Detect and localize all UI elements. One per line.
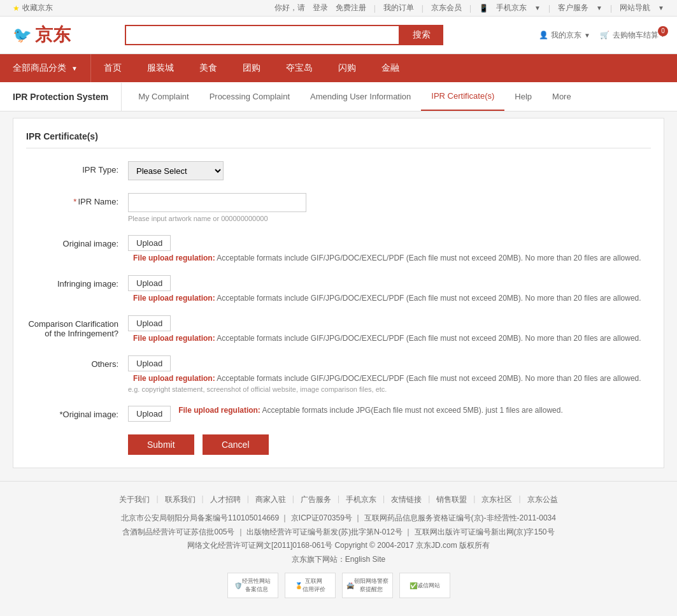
footer-link-charity[interactable]: 京东公益 <box>527 494 558 505</box>
my-orders-link[interactable]: 我的订单 <box>383 3 414 13</box>
others-regulation-label: File upload regulation: <box>133 374 215 383</box>
footer-links: 关于我们 | 联系我们 | 人才招聘 | 商家入驻 | 广告服务 | 手机京东 … <box>13 494 664 505</box>
nav-item-group[interactable]: 团购 <box>230 54 273 82</box>
search-area: 搜索 <box>125 25 443 45</box>
infringing-regulation-text: Acceptable formats include GIF/JPG/DOC/E… <box>217 294 641 303</box>
ipr-name-row: IPR Name: Please input artwork name or 0… <box>26 193 651 222</box>
nav-item-treasure[interactable]: 夺宝岛 <box>273 54 325 82</box>
ipr-nav-processing[interactable]: Processing Complaint <box>199 83 300 110</box>
footer-badge-honest-icon: ✅ <box>410 582 417 589</box>
footer-badge-honest[interactable]: ✅ 诚信网站 <box>399 573 450 598</box>
footer-badge-credit-text: 互联网 信用评价 <box>303 577 325 594</box>
original-image-regulation: File upload regulation: Acceptable forma… <box>133 254 641 262</box>
all-category-chevron-icon: ▼ <box>71 65 78 72</box>
my-jd[interactable]: 👤 我的京东 ▼ <box>539 30 590 41</box>
ipr-nav-my-complaint[interactable]: My Complaint <box>128 83 199 110</box>
ipr-type-select[interactable]: Please Select <box>128 161 224 180</box>
footer-link-ads[interactable]: 广告服务 <box>301 494 331 505</box>
cart-badge: 0 <box>658 26 668 36</box>
ipr-name-control: Please input artwork name or 00000000000… <box>128 193 651 222</box>
original-image2-row: *Original image: Upload File upload regu… <box>26 406 651 422</box>
ipr-nav-certificate[interactable]: IPR Certificate(s) <box>421 82 504 111</box>
jd-member-link[interactable]: 京东会员 <box>431 3 462 13</box>
nav-item-food[interactable]: 美食 <box>187 54 230 82</box>
original-image-upload-button[interactable]: Upload <box>128 235 171 251</box>
logo-text: 京东 <box>35 23 71 47</box>
infringing-image-upload-area: Upload File upload regulation: Acceptabl… <box>128 275 651 303</box>
footer-link-about[interactable]: 关于我们 <box>119 494 150 505</box>
cart-button[interactable]: 🛒 0 去购物车结算 › <box>600 30 664 41</box>
original-image2-regulation-label: File upload regulation: <box>178 406 260 415</box>
nav-item-flash[interactable]: 闪购 <box>325 54 369 82</box>
footer-info-3: 网络文化经营许可证网文[2011]0168-061号 Copyright © 2… <box>13 539 664 553</box>
infringing-image-row: Infringing image: Upload File upload reg… <box>26 275 651 303</box>
ipr-nav-help[interactable]: Help <box>504 83 542 110</box>
footer-badges: 🛡️ 经营性网站 备案信息 🏅 互联网 信用评价 🚔 朝阳网络警察 察提醒您 ✅… <box>13 573 664 598</box>
ipr-brand: IPR Protection System <box>13 83 122 111</box>
form-actions: Submit Cancel <box>26 434 651 455</box>
my-jd-label: 我的京东 <box>551 30 581 41</box>
footer-badge-filing-icon: 🛡️ <box>234 582 242 589</box>
logo-mascot-icon: 🐦 <box>13 26 32 44</box>
header-right: 👤 我的京东 ▼ 🛒 0 去购物车结算 › <box>539 30 664 41</box>
customer-service-link[interactable]: 客户服务 <box>558 3 588 13</box>
comparison-regulation-text: Acceptable formats include GIF/JPG/DOC/E… <box>217 334 641 343</box>
ipr-type-control: Please Select <box>128 161 651 180</box>
mobile-link[interactable]: 手机京东 <box>496 3 527 13</box>
header: 🐦 京东 搜索 👤 我的京东 ▼ 🛒 0 去购物车结算 › <box>0 17 677 54</box>
nav-item-fashion[interactable]: 服装城 <box>134 54 187 82</box>
infringing-image-upload-button[interactable]: Upload <box>128 275 171 291</box>
register-link[interactable]: 免费注册 <box>336 3 366 13</box>
original-image-label: Original image: <box>26 235 128 248</box>
comparison-row: Comparison Clarification of the Infringe… <box>26 315 651 343</box>
search-button[interactable]: 搜索 <box>400 25 443 45</box>
original-image-regulation-text: Acceptable formats include GIF/JPG/DOC/E… <box>217 254 641 262</box>
footer-badge-police-icon: 🚔 <box>346 582 354 589</box>
nav-item-finance[interactable]: 金融 <box>369 54 412 82</box>
footer-link-community[interactable]: 京东社区 <box>481 494 512 505</box>
footer-badge-filing[interactable]: 🛡️ 经营性网站 备案信息 <box>227 573 278 598</box>
footer-link-contact[interactable]: 联系我们 <box>165 494 196 505</box>
top-bar-left: ★ 收藏京东 <box>13 3 53 13</box>
login-link[interactable]: 登录 <box>313 3 328 13</box>
nav-item-home[interactable]: 首页 <box>91 54 134 82</box>
submit-button[interactable]: Submit <box>128 434 194 455</box>
infringing-image-regulation: File upload regulation: Acceptable forma… <box>133 294 641 303</box>
others-upload-button[interactable]: Upload <box>128 355 171 371</box>
my-jd-chevron-icon: ▼ <box>584 32 590 39</box>
ipr-name-input[interactable] <box>128 193 306 212</box>
footer-link-recruit[interactable]: 人才招聘 <box>210 494 241 505</box>
original-image2-upload-button[interactable]: Upload <box>128 406 171 422</box>
footer-badge-credit[interactable]: 🏅 互联网 信用评价 <box>285 573 336 598</box>
footer-badge-credit-icon: 🏅 <box>295 582 303 589</box>
search-input[interactable] <box>125 25 400 45</box>
original-image2-regulation: File upload regulation: Acceptable forma… <box>178 406 563 415</box>
top-bar: ★ 收藏京东 你好，请 登录 免费注册 | 我的订单 | 京东会员 | 📱 手机… <box>0 0 677 17</box>
site-nav-link[interactable]: 网站导航 <box>620 3 650 13</box>
greeting-text: 你好，请 <box>274 3 305 13</box>
footer-link-mobile[interactable]: 手机京东 <box>346 494 376 505</box>
nav-items: 首页 服装城 美食 团购 夺宝岛 闪购 金融 <box>91 54 412 82</box>
cancel-button[interactable]: Cancel <box>203 434 269 455</box>
ipr-name-hint: Please input artwork name or 00000000000… <box>128 215 651 222</box>
original-image-control: Upload File upload regulation: Acceptabl… <box>128 235 651 262</box>
star-icon: ★ <box>13 4 20 13</box>
all-category-button[interactable]: 全部商品分类 ▼ <box>0 54 91 82</box>
mobile-icon: 📱 <box>479 4 488 13</box>
ipr-nav-amending[interactable]: Amending User Information <box>300 83 421 110</box>
infringing-image-control: Upload File upload regulation: Acceptabl… <box>128 275 651 303</box>
main-content: IPR Certificate(s) IPR Type: Please Sele… <box>13 118 664 468</box>
footer-info-2: 含酒制品经营许可证苏信批005号 ｜ 出版物经营许可证编号新发(苏)批字第N-0… <box>13 526 664 540</box>
footer-link-friendly[interactable]: 友情链接 <box>391 494 422 505</box>
footer-info: 北京市公安局朝阳分局备案编号110105014669 ｜ 京ICP证070359… <box>13 512 664 566</box>
footer-badge-police-text: 朝阳网络警察 察提醒您 <box>354 577 388 594</box>
footer-badge-honest-text: 诚信网站 <box>417 582 440 590</box>
footer-link-merchant[interactable]: 商家入驻 <box>255 494 286 505</box>
footer-link-sales[interactable]: 销售联盟 <box>436 494 467 505</box>
comparison-upload-button[interactable]: Upload <box>128 315 171 331</box>
ipr-nav-more[interactable]: More <box>542 83 581 110</box>
original-image-upload-area: Upload File upload regulation: Acceptabl… <box>128 235 651 262</box>
footer-badge-police[interactable]: 🚔 朝阳网络警察 察提醒您 <box>342 573 393 598</box>
original-image2-regulation-text: Acceptable formats include JPG(Each file… <box>262 406 563 415</box>
footer: 关于我们 | 联系我们 | 人才招聘 | 商家入驻 | 广告服务 | 手机京东 … <box>0 481 677 611</box>
